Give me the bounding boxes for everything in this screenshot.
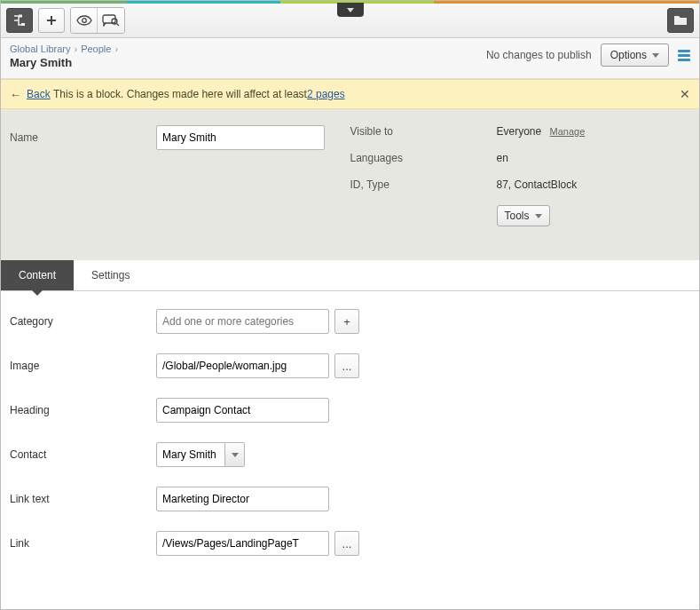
plus-icon bbox=[46, 15, 57, 26]
visible-to-value: Everyone bbox=[497, 125, 542, 138]
publish-status: No changes to publish bbox=[486, 49, 592, 61]
top-toolbar bbox=[1, 4, 699, 38]
svg-rect-0 bbox=[21, 23, 25, 26]
tab-content[interactable]: Content bbox=[1, 260, 74, 290]
image-label: Image bbox=[10, 360, 156, 372]
folder-icon bbox=[673, 15, 688, 26]
visible-to-label: Visible to bbox=[350, 125, 497, 138]
page-title: Mary Smith bbox=[10, 56, 122, 69]
link-input[interactable] bbox=[156, 531, 329, 556]
name-input[interactable] bbox=[156, 125, 325, 150]
tabs: Content Settings bbox=[1, 260, 699, 291]
id-type-label: ID, Type bbox=[350, 178, 497, 191]
contact-label: Contact bbox=[10, 448, 156, 461]
languages-value: en bbox=[497, 152, 508, 164]
link-label: Link bbox=[10, 537, 156, 550]
breadcrumb: Global Library›People› bbox=[10, 44, 122, 54]
list-view-button[interactable] bbox=[678, 50, 690, 61]
contact-select-drop[interactable] bbox=[225, 442, 245, 467]
meta-panel: Name Visible to Everyone Manage bbox=[1, 109, 699, 260]
contact-select-value[interactable] bbox=[156, 442, 225, 467]
close-banner-button[interactable]: ✕ bbox=[680, 87, 690, 101]
chevron-down-icon bbox=[652, 53, 659, 58]
speech-search-icon bbox=[102, 14, 120, 27]
assets-panel-button[interactable] bbox=[667, 8, 694, 33]
linktext-input[interactable] bbox=[156, 487, 329, 511]
manage-visibility-link[interactable]: Manage bbox=[550, 126, 586, 137]
breadcrumb-section[interactable]: People bbox=[81, 44, 111, 54]
heading-input[interactable] bbox=[156, 398, 329, 423]
chevron-down-icon bbox=[535, 214, 542, 218]
affected-pages-link[interactable]: 2 pages bbox=[307, 88, 345, 100]
svg-point-2 bbox=[82, 19, 86, 23]
preview-button[interactable] bbox=[71, 8, 98, 33]
tab-settings[interactable]: Settings bbox=[74, 260, 147, 290]
add-button[interactable] bbox=[38, 8, 65, 33]
view-mode-group bbox=[70, 7, 125, 34]
image-input[interactable] bbox=[156, 353, 329, 378]
back-arrow-icon: ← bbox=[10, 88, 21, 101]
breadcrumb-root[interactable]: Global Library bbox=[10, 44, 70, 54]
content-scroll[interactable]: Name Visible to Everyone Manage bbox=[1, 109, 699, 609]
languages-label: Languages bbox=[350, 152, 497, 164]
svg-rect-1 bbox=[19, 15, 22, 18]
tree-toggle-button[interactable] bbox=[6, 8, 33, 33]
add-category-button[interactable]: + bbox=[334, 309, 359, 334]
info-banner: ← Back This is a block. Changes made her… bbox=[1, 79, 699, 109]
tree-icon bbox=[13, 14, 26, 27]
eye-icon bbox=[76, 15, 92, 26]
name-label: Name bbox=[10, 131, 156, 144]
content-form: Category + Image ... Heading Contact bbox=[1, 291, 699, 593]
linktext-label: Link text bbox=[10, 493, 156, 505]
chevron-down-icon bbox=[232, 453, 239, 457]
tools-button[interactable]: Tools bbox=[497, 205, 550, 226]
back-link[interactable]: Back bbox=[27, 88, 51, 100]
sub-header: Global Library›People› Mary Smith No cha… bbox=[1, 38, 699, 79]
browse-link-button[interactable]: ... bbox=[334, 531, 359, 556]
contact-select[interactable] bbox=[156, 442, 245, 467]
top-center-toggle[interactable] bbox=[337, 3, 364, 17]
comment-view-button[interactable] bbox=[98, 8, 124, 33]
browse-image-button[interactable]: ... bbox=[334, 353, 359, 378]
category-label: Category bbox=[10, 315, 156, 328]
heading-label: Heading bbox=[10, 404, 156, 416]
options-label: Options bbox=[610, 49, 647, 61]
options-button[interactable]: Options bbox=[601, 44, 669, 67]
id-type-value: 87, ContactBlock bbox=[497, 178, 578, 191]
banner-text: This is a block. Changes made here will … bbox=[53, 88, 307, 100]
tools-label: Tools bbox=[505, 210, 530, 222]
category-input[interactable] bbox=[156, 309, 329, 334]
